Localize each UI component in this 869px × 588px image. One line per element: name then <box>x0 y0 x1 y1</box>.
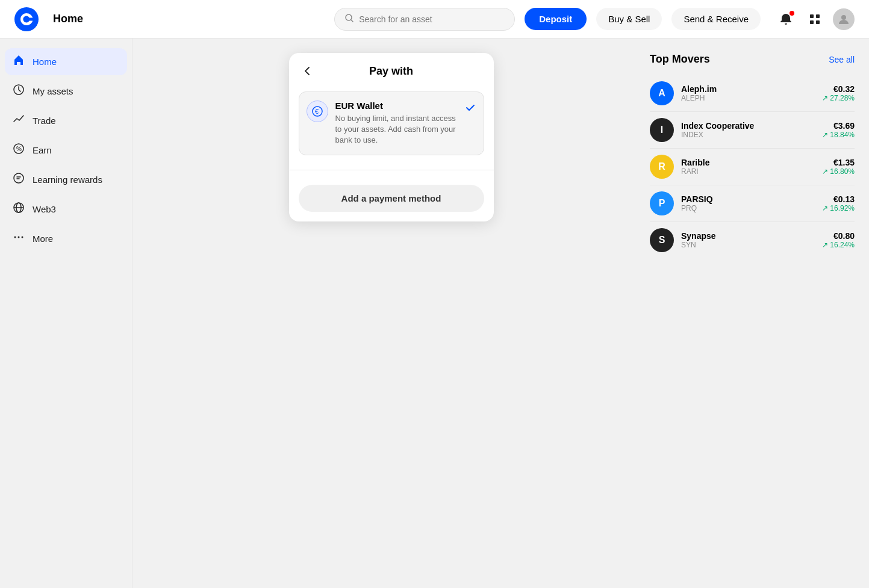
modal-title: Pay with <box>369 65 413 78</box>
mover-item[interactable]: A Aleph.im ALEPH €0.32 ↗ 27.28% <box>650 75 855 112</box>
modal-header: Pay with <box>289 53 494 87</box>
eur-wallet-info: EUR Wallet No buying limit, and instant … <box>335 101 457 146</box>
mover-info: Rarible RARI <box>681 158 815 176</box>
grid-menu-button[interactable] <box>804 8 826 30</box>
add-payment-button[interactable]: Add a payment method <box>299 185 484 212</box>
modal-body: € EUR Wallet No buying limit, and instan… <box>289 87 494 165</box>
mover-name: Synapse <box>681 231 815 241</box>
mover-change: ↗ 16.80% <box>822 167 855 176</box>
mover-price: €1.35 <box>822 158 855 167</box>
eur-wallet-icon: € <box>307 101 328 122</box>
sidebar-item-my-assets-label: My assets <box>33 86 73 96</box>
deposit-button[interactable]: Deposit <box>525 8 587 30</box>
search-icon <box>344 13 354 25</box>
mover-item[interactable]: I Index Cooperative INDEX €3.69 ↗ 18.84% <box>650 112 855 149</box>
modal-area: Pay with € EUR Wallet No buying limit, a… <box>147 53 635 574</box>
sidebar-item-web3[interactable]: Web3 <box>5 196 127 223</box>
more-icon <box>12 231 25 246</box>
mover-info: Synapse SYN <box>681 231 815 249</box>
mover-price: €0.13 <box>822 194 855 204</box>
main-content: Pay with € EUR Wallet No buying limit, a… <box>132 39 869 588</box>
mover-name: Aleph.im <box>681 84 815 94</box>
movers-list: A Aleph.im ALEPH €0.32 ↗ 27.28% I Index … <box>650 75 855 258</box>
svg-point-16 <box>22 237 23 238</box>
mover-change: ↗ 18.84% <box>822 131 855 139</box>
sidebar-item-earn[interactable]: % Earn <box>5 137 127 164</box>
svg-rect-2 <box>810 14 814 18</box>
buy-sell-button[interactable]: Buy & Sell <box>596 8 662 30</box>
svg-rect-4 <box>810 20 814 24</box>
mover-price: €0.32 <box>822 84 855 94</box>
sidebar-item-home-label: Home <box>33 57 57 67</box>
svg-text:%: % <box>16 146 22 152</box>
search-bar[interactable] <box>334 8 515 31</box>
mover-icon: I <box>650 118 674 142</box>
notification-dot <box>790 11 794 16</box>
see-all-link[interactable]: See all <box>829 55 855 64</box>
sidebar-item-trade-label: Trade <box>33 116 56 126</box>
mover-icon: R <box>650 155 674 179</box>
svg-rect-5 <box>816 20 820 24</box>
mover-info: Index Cooperative INDEX <box>681 121 815 139</box>
layout: Home My assets Trade % Earn Learning rew… <box>0 39 869 588</box>
sidebar-item-more-label: More <box>33 234 53 244</box>
avatar[interactable] <box>833 8 855 30</box>
svg-point-0 <box>14 7 39 31</box>
my-assets-icon <box>12 84 25 99</box>
svg-point-14 <box>14 237 16 238</box>
search-input[interactable] <box>359 14 505 24</box>
mover-name: PARSIQ <box>681 194 815 204</box>
svg-text:€: € <box>315 108 319 115</box>
sidebar-item-learning-rewards[interactable]: Learning rewards <box>5 166 127 193</box>
sidebar-item-more[interactable]: More <box>5 225 127 252</box>
mover-price: €3.69 <box>822 121 855 131</box>
sidebar-item-my-assets[interactable]: My assets <box>5 78 127 105</box>
sidebar-item-trade[interactable]: Trade <box>5 107 127 134</box>
svg-point-10 <box>14 173 23 183</box>
mover-icon: A <box>650 81 674 105</box>
mover-change: ↗ 16.24% <box>822 241 855 249</box>
mover-symbol: ALEPH <box>681 94 815 102</box>
mover-symbol: RARI <box>681 167 815 176</box>
sidebar: Home My assets Trade % Earn Learning rew… <box>0 39 132 588</box>
mover-name: Index Cooperative <box>681 121 815 131</box>
sidebar-item-learning-rewards-label: Learning rewards <box>33 175 102 185</box>
modal-divider <box>289 170 494 170</box>
eur-wallet-option[interactable]: € EUR Wallet No buying limit, and instan… <box>299 91 484 155</box>
eur-wallet-description: No buying limit, and instant access to y… <box>335 113 457 146</box>
sidebar-item-earn-label: Earn <box>33 145 52 155</box>
web3-icon <box>12 202 25 217</box>
earn-icon: % <box>12 143 25 158</box>
topnav: Home Deposit Buy & Sell Send & Receive <box>0 0 869 39</box>
eur-wallet-name: EUR Wallet <box>335 101 457 111</box>
mover-icon: S <box>650 228 674 252</box>
mover-price-info: €0.32 ↗ 27.28% <box>822 84 855 102</box>
mover-item[interactable]: P PARSIQ PRQ €0.13 ↗ 16.92% <box>650 185 855 222</box>
home-icon <box>12 54 25 69</box>
notifications-button[interactable] <box>775 8 797 30</box>
mover-symbol: SYN <box>681 241 815 249</box>
mover-change: ↗ 27.28% <box>822 94 855 102</box>
svg-point-6 <box>841 15 846 20</box>
mover-price-info: €0.80 ↗ 16.24% <box>822 231 855 249</box>
modal-back-button[interactable] <box>301 65 313 77</box>
mover-change: ↗ 16.92% <box>822 204 855 212</box>
pay-with-modal: Pay with € EUR Wallet No buying limit, a… <box>289 53 494 221</box>
send-receive-button[interactable]: Send & Receive <box>671 8 761 30</box>
sidebar-item-home[interactable]: Home <box>5 48 127 75</box>
mover-info: Aleph.im ALEPH <box>681 84 815 102</box>
top-movers-title: Top Movers <box>650 53 710 66</box>
mover-item[interactable]: R Rarible RARI €1.35 ↗ 16.80% <box>650 149 855 185</box>
learning-rewards-icon <box>12 172 25 187</box>
mover-symbol: PRQ <box>681 204 815 212</box>
svg-rect-3 <box>816 14 820 18</box>
mover-info: PARSIQ PRQ <box>681 194 815 212</box>
mover-item[interactable]: S Synapse SYN €0.80 ↗ 16.24% <box>650 222 855 258</box>
page-title: Home <box>53 13 83 25</box>
sidebar-item-web3-label: Web3 <box>33 204 56 214</box>
coinbase-logo[interactable] <box>14 7 39 31</box>
top-movers-header: Top Movers See all <box>650 53 855 66</box>
mover-price-info: €1.35 ↗ 16.80% <box>822 158 855 176</box>
mover-price-info: €0.13 ↗ 16.92% <box>822 194 855 212</box>
topnav-icons <box>775 8 855 30</box>
